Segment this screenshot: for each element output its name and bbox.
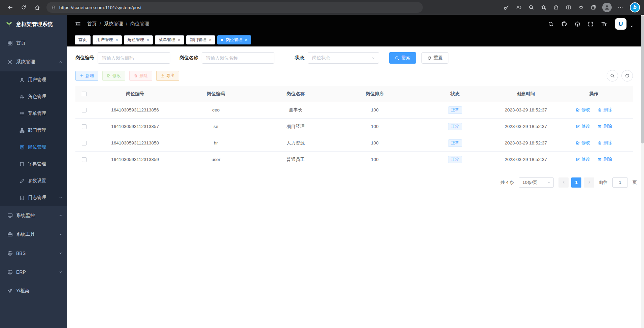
user-avatar[interactable]	[615, 18, 626, 30]
tab-menu-management[interactable]: 菜单管理 ×	[155, 35, 184, 44]
fullscreen-button[interactable]	[588, 21, 594, 27]
zoom-button[interactable]	[526, 2, 537, 13]
tab-user-management[interactable]: 用户管理 ×	[93, 35, 122, 44]
breadcrumb-system[interactable]: 系统管理	[104, 21, 123, 27]
breadcrumb-home[interactable]: 首页	[87, 21, 97, 27]
row-delete-link[interactable]: 删除	[598, 156, 612, 162]
post-name-input[interactable]	[202, 52, 274, 64]
sidebar-item-users[interactable]: 用户管理	[0, 71, 67, 88]
show-search-toggle-button[interactable]	[607, 70, 618, 81]
tab-role-management[interactable]: 角色管理 ×	[124, 35, 153, 44]
next-page-button[interactable]	[584, 177, 594, 188]
post-code-input[interactable]	[98, 52, 170, 64]
chevron-up-icon	[59, 60, 63, 64]
sidebar-item-yi-framework[interactable]: Yi框架	[0, 282, 67, 300]
tab-close-icon[interactable]: ×	[115, 38, 118, 42]
header-actions: 操作	[555, 86, 633, 102]
sidebar-item-erp[interactable]: ERP	[0, 263, 67, 282]
sidebar-toggle-button[interactable]	[75, 21, 81, 27]
table-row[interactable]: 1641030593112313856 ceo 董事长 100 正常 2023-…	[75, 102, 633, 118]
split-screen-button[interactable]	[563, 2, 574, 13]
export-button[interactable]: 导出	[156, 71, 179, 81]
help-button[interactable]	[575, 21, 580, 27]
sidebar-item-home[interactable]: 首页	[0, 34, 67, 53]
table-row[interactable]: 1641030593112313857 se 项目经理 100 正常 2023-…	[75, 118, 633, 135]
sidebar-item-dictionary[interactable]: 字典管理	[0, 156, 67, 172]
row-delete-link[interactable]: 删除	[598, 123, 612, 129]
goto-page-input[interactable]	[612, 177, 628, 188]
tab-close-icon[interactable]: ×	[178, 38, 180, 42]
sidebar-item-menus[interactable]: 菜单管理	[0, 105, 67, 122]
read-aloud-button[interactable]	[513, 2, 524, 13]
add-favorite-button[interactable]	[538, 2, 549, 13]
tab-close-icon[interactable]: ×	[245, 38, 247, 42]
sidebar-item-logs[interactable]: 日志管理	[0, 189, 67, 206]
row-checkbox[interactable]	[82, 108, 87, 112]
sidebar-item-bbs[interactable]: BBS	[0, 244, 67, 263]
app-logo[interactable]: 意框架管理系统	[0, 15, 67, 34]
search-button[interactable]: 搜索	[389, 52, 416, 64]
refresh-table-button[interactable]	[621, 70, 633, 81]
tab-department-management[interactable]: 部门管理 ×	[186, 35, 215, 44]
reset-button[interactable]: 重置	[421, 52, 448, 64]
select-all-checkbox[interactable]	[82, 92, 87, 96]
sidebar-item-departments[interactable]: 部门管理	[0, 122, 67, 139]
sidebar-item-system[interactable]: 系统管理	[0, 53, 67, 71]
status-badge: 正常	[448, 123, 462, 130]
header-search-button[interactable]	[548, 21, 554, 27]
edit-button[interactable]: 修改	[102, 71, 125, 81]
github-button[interactable]	[561, 21, 567, 27]
browser-home-button[interactable]	[31, 1, 43, 13]
tab-post-management[interactable]: 岗位管理 ×	[217, 35, 251, 44]
sidebar-item-monitor[interactable]: 系统监控	[0, 206, 67, 225]
sidebar-submenu-system: 用户管理 角色管理 菜单管理 部门管理 岗位管理	[0, 71, 67, 206]
status-select[interactable]: 岗位状态	[308, 52, 379, 64]
page-size-select[interactable]: 10条/页	[519, 177, 554, 188]
extensions-puzzle-icon	[553, 5, 559, 10]
browser-refresh-button[interactable]	[18, 1, 30, 13]
row-edit-link[interactable]: 修改	[576, 107, 590, 113]
tab-home[interactable]: 首页	[75, 35, 91, 44]
table-row[interactable]: 1641030593112313858 hr 人力资源 100 正常 2023-…	[75, 135, 633, 151]
sidebar-item-parameters[interactable]: 参数设置	[0, 172, 67, 189]
extensions-button[interactable]	[550, 2, 562, 13]
add-button[interactable]: 新增	[75, 71, 98, 81]
page-number-button[interactable]: 1	[571, 177, 581, 188]
prev-page-button[interactable]	[558, 177, 569, 188]
browser-menu-button[interactable]	[615, 2, 626, 13]
tab-close-icon[interactable]: ×	[147, 38, 149, 42]
chevron-down-icon	[59, 251, 63, 255]
user-menu-caret-icon[interactable]	[630, 25, 634, 28]
page-scrollbar[interactable]	[641, 15, 644, 328]
tab-label: 首页	[78, 37, 87, 43]
favorites-button[interactable]	[575, 2, 587, 13]
browser-back-button[interactable]	[4, 1, 16, 13]
sidebar-item-roles[interactable]: 角色管理	[0, 88, 67, 105]
row-delete-link[interactable]: 删除	[598, 107, 612, 113]
tab-close-icon[interactable]: ×	[209, 38, 212, 42]
post-name-label: 岗位名称	[179, 55, 198, 61]
cell-post-sort: 100	[336, 151, 413, 168]
row-checkbox[interactable]	[82, 157, 87, 162]
collections-button[interactable]	[588, 2, 599, 13]
row-checkbox[interactable]	[82, 141, 87, 145]
address-bar[interactable]: https://ccnetcore.com:1101/system/post	[46, 2, 423, 13]
delete-button[interactable]: 删除	[129, 71, 152, 81]
table-row[interactable]: 1641030593112313859 user 普通员工 100 正常 202…	[75, 151, 633, 168]
paper-plane-icon	[7, 288, 13, 294]
sidebar-item-tools[interactable]: 系统工具	[0, 225, 67, 244]
scrollbar-thumb[interactable]	[641, 15, 644, 143]
sidebar-item-posts[interactable]: 岗位管理	[0, 139, 67, 156]
site-lock-icon[interactable]	[51, 5, 56, 10]
browser-profile-button[interactable]	[602, 3, 612, 12]
url-text[interactable]: https://ccnetcore.com:1101/system/post	[59, 5, 141, 10]
row-edit-link[interactable]: 修改	[576, 123, 590, 129]
row-edit-link[interactable]: 修改	[576, 156, 590, 162]
bing-copilot-button[interactable]: b	[630, 2, 640, 12]
row-delete-link[interactable]: 删除	[598, 140, 612, 146]
row-edit-link[interactable]: 修改	[576, 140, 590, 146]
font-size-button[interactable]	[601, 21, 607, 27]
row-checkbox[interactable]	[82, 124, 87, 129]
chevron-down-icon	[547, 181, 551, 185]
passwords-button[interactable]	[501, 2, 512, 13]
